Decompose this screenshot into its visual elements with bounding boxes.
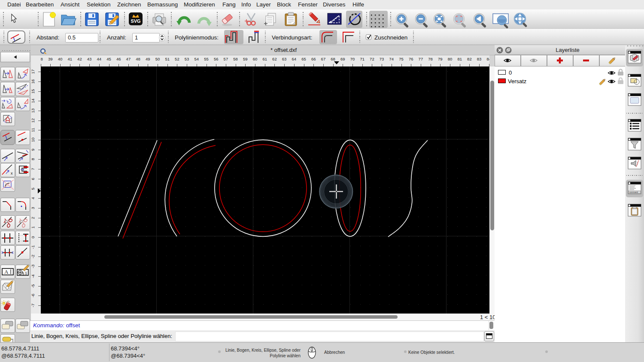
svg-text:command: command: [629, 191, 638, 193]
svg-text:x: x: [11, 171, 13, 175]
svg-text:.1: .1: [24, 271, 27, 275]
svg-text:A: A: [4, 268, 9, 275]
svg-text:SVG: SVG: [131, 18, 140, 24]
